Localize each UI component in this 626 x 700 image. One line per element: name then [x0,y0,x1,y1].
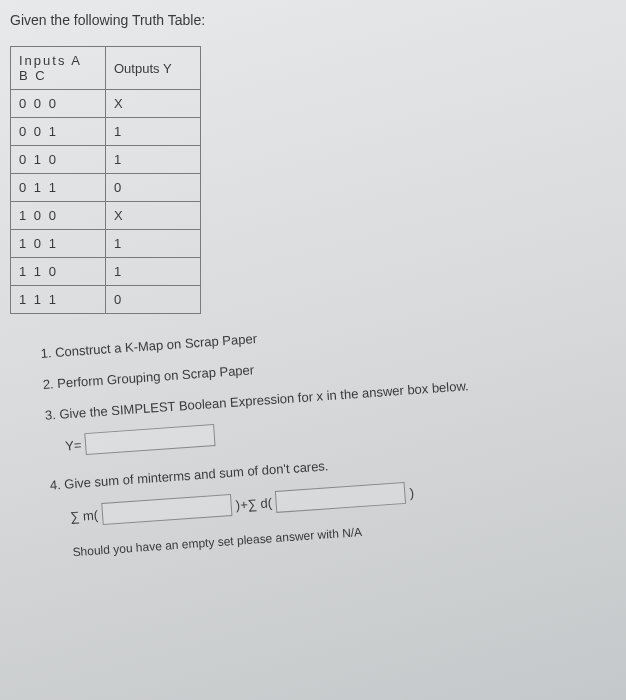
cell-outputs: X [106,90,201,118]
page-title: Given the following Truth Table: [10,12,616,28]
y-equals-label: Y= [65,437,82,453]
cell-inputs: 0 0 1 [11,118,106,146]
table-row: 1 0 1 1 [11,230,201,258]
cell-inputs: 1 0 1 [11,230,106,258]
cell-outputs: 1 [106,258,201,286]
cell-outputs: X [106,202,201,230]
cell-inputs: 0 0 0 [11,90,106,118]
table-row: 0 0 0 X [11,90,201,118]
cell-inputs: 1 0 0 [11,202,106,230]
dontcares-input[interactable] [275,482,406,513]
minterms-input[interactable] [101,494,232,525]
cell-outputs: 0 [106,286,201,314]
table-row: 0 1 1 0 [11,174,201,202]
header-outputs: Outputs Y [106,47,201,90]
table-row: 0 1 0 1 [11,146,201,174]
close-paren-label: ) [409,485,414,500]
table-row: 1 0 0 X [11,202,201,230]
sigma-m-label: ∑ m( [70,507,99,524]
table-row: 1 1 1 0 [11,286,201,314]
header-inputs: Inputs A B C [11,47,106,90]
cell-outputs: 0 [106,174,201,202]
plus-sigma-d-label: )+∑ d( [235,495,272,512]
y-answer-input[interactable] [85,424,216,455]
cell-inputs: 1 1 0 [11,258,106,286]
instructions-block: 1. Construct a K-Map on Scrap Paper 2. P… [40,304,626,561]
cell-outputs: 1 [106,118,201,146]
cell-inputs: 1 1 1 [11,286,106,314]
truth-table: Inputs A B C Outputs Y 0 0 0 X 0 0 1 1 0… [10,46,201,314]
cell-inputs: 0 1 0 [11,146,106,174]
cell-outputs: 1 [106,230,201,258]
cell-inputs: 0 1 1 [11,174,106,202]
table-row: 1 1 0 1 [11,258,201,286]
cell-outputs: 1 [106,146,201,174]
table-row: 0 0 1 1 [11,118,201,146]
